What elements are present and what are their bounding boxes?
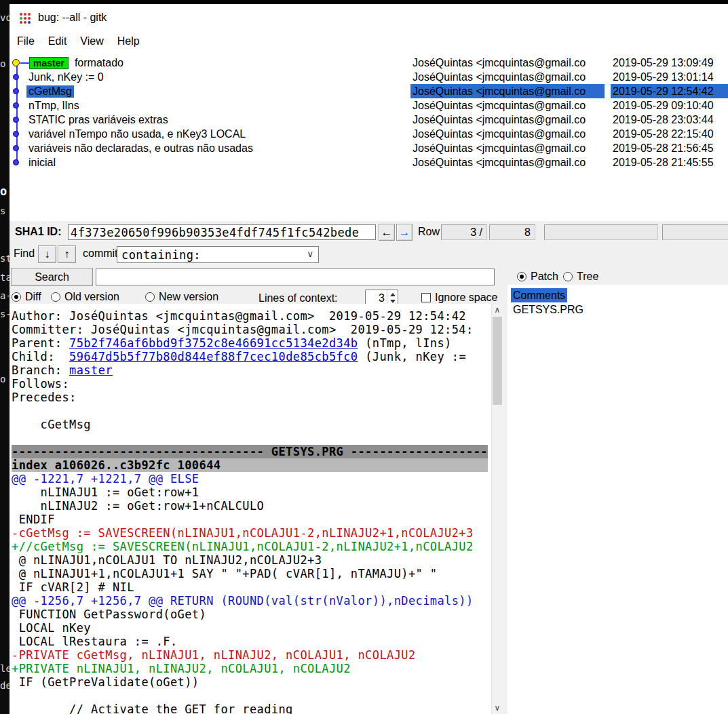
radio-ring-icon <box>12 292 21 302</box>
commit-node-icon <box>13 102 19 108</box>
diff-radio[interactable]: Diff <box>12 291 41 303</box>
diff-text-segment: Parent: <box>12 336 69 350</box>
commit-node-icon <box>13 74 19 80</box>
commit-row[interactable]: inicial <box>9 155 404 170</box>
back-arrow-icon: ← <box>381 226 393 239</box>
diff-text-segment: FUNCTION GetPassword(oGet) <box>12 608 206 621</box>
diff-line-meta: cGetMsg <box>12 418 491 431</box>
title-bar[interactable]: bug: --all - gitk <box>9 4 728 31</box>
commit-author[interactable]: JoséQuintas <jmcquintas@gmail.co <box>410 155 605 170</box>
find-bar: Find ↓ ↑ commit containing: ∨ <box>9 244 728 264</box>
commit-author[interactable]: JoséQuintas <jmcquintas@gmail.co <box>410 127 605 141</box>
commit-author[interactable]: JoséQuintas <jmcquintas@gmail.co <box>410 141 605 155</box>
menu-file[interactable]: File <box>11 33 41 49</box>
nav-back-button[interactable]: ← <box>379 224 395 241</box>
new-version-radio[interactable]: New version <box>145 291 218 303</box>
diff-line-ctx: FUNCTION GetPassword(oGet) <box>12 608 491 621</box>
diff-text-segment: Committer: JoséQuintas <jmcquintas@gmail… <box>12 323 474 336</box>
old-version-radio[interactable]: Old version <box>51 291 119 303</box>
commit-date[interactable]: 2019-05-28 22:15:40 <box>611 127 728 141</box>
commit-subject: inicial <box>28 157 56 169</box>
file-list[interactable]: CommentsGETSYS.PRG <box>507 285 728 714</box>
commit-date[interactable]: 2019-05-29 12:54:42 <box>611 84 728 98</box>
file-list-item[interactable]: GETSYS.PRG <box>511 302 586 317</box>
commit-row[interactable]: STATIC pras variáveis extras <box>9 113 404 127</box>
search-button[interactable]: Search <box>11 268 93 286</box>
commit-date[interactable]: 2019-05-28 23:03:44 <box>611 113 728 127</box>
screen: vooos (sttaa-s-olede bug: --all - gitk F… <box>0 0 728 714</box>
match-mode-value: containing: <box>121 247 201 262</box>
commit-row[interactable]: masterformatado <box>9 56 404 70</box>
commit-row[interactable]: cGetMsg <box>9 84 404 98</box>
commit-node-icon <box>13 131 19 137</box>
lower-pane: Search Patch Tree Diff Old version New v… <box>9 264 728 714</box>
diff-text-segment: Author: JoséQuintas <jmcquintas@gmail.co… <box>12 309 466 323</box>
menu-edit[interactable]: Edit <box>42 33 73 49</box>
diff-text-segment: (nTmp, lIns) <box>358 336 452 350</box>
ignore-space-checkbox[interactable]: Ignore space <box>421 292 498 304</box>
commit-author[interactable]: JoséQuintas <jmcquintas@gmail.co <box>410 98 605 113</box>
commit-row[interactable]: Junk, nKey := 0 <box>9 70 404 84</box>
status-field-left <box>544 224 658 240</box>
window-title: bug: --all - gitk <box>38 12 107 24</box>
down-arrow-icon: ↓ <box>45 248 50 260</box>
diff-view[interactable]: Author: JoséQuintas <jmcquintas@gmail.co… <box>9 304 491 714</box>
ignore-space-label: Ignore space <box>435 292 498 304</box>
commit-author-pane[interactable]: JoséQuintas <jmcquintas@gmail.coJoséQuin… <box>410 52 605 221</box>
diff-line-meta: Author: JoséQuintas <jmcquintas@gmail.co… <box>12 309 491 323</box>
scrollbar-thumb[interactable] <box>493 317 502 405</box>
diff-text-segment: +//cGetMsg := SAVESCREEN(nLINAJU1,nCOLAJ… <box>12 540 474 553</box>
commit-date[interactable]: 2019-05-29 13:01:14 <box>611 70 728 84</box>
diff-line-hunk: @@ -1256,7 +1256,7 @@ RETURN (ROUND(val(… <box>12 594 491 608</box>
scroll-up-button[interactable]: ∧ <box>492 304 503 316</box>
match-mode-select[interactable]: containing: ∨ <box>117 246 319 263</box>
radio-ring-icon <box>145 292 155 302</box>
commit-row[interactable]: variáveis não declaradas, e outras não u… <box>9 141 404 155</box>
row-total-field: 8 <box>489 224 535 240</box>
row-label: Row <box>418 226 440 238</box>
sha-link[interactable]: master <box>69 363 113 377</box>
branch-ref-tag[interactable]: master <box>29 57 69 69</box>
commit-date[interactable]: 2019-05-29 13:09:49 <box>611 56 728 70</box>
commit-author[interactable]: JoséQuintas <jmcquintas@gmail.co <box>410 84 605 98</box>
diff-line-blank <box>12 431 491 445</box>
commit-subject: formatado <box>75 57 123 69</box>
diff-line-ctx: IF cVAR[2] # NIL <box>12 580 491 594</box>
radio-ring-icon <box>517 272 526 281</box>
sha-link[interactable]: 59647d5b5f77b80d844ef88f7cec10de85cb5fc0 <box>69 350 358 363</box>
sha1-id-input[interactable] <box>68 224 376 240</box>
file-list-item[interactable]: Comments <box>511 288 567 302</box>
commit-author[interactable]: JoséQuintas <jmcquintas@gmail.co <box>410 113 605 127</box>
find-prev-button[interactable]: ↑ <box>58 245 76 263</box>
lines-of-context-label: Lines of context: <box>258 292 338 304</box>
commit-date[interactable]: 2019-05-29 09:10:40 <box>611 98 728 113</box>
sha-bar: SHA1 ID: ← → Row 3 / 8 <box>9 221 728 244</box>
radio-ring-icon <box>51 292 60 302</box>
patch-radio[interactable]: Patch <box>517 271 558 283</box>
tree-radio-label: Tree <box>577 271 598 283</box>
row-current-field: 3 / <box>441 224 487 240</box>
diff-line-ctx: ENDIF <box>12 513 491 526</box>
menu-view[interactable]: View <box>74 33 109 49</box>
menu-help[interactable]: Help <box>111 33 146 49</box>
commit-date[interactable]: 2019-05-28 21:56:45 <box>611 141 728 155</box>
diff-scrollbar[interactable]: ∧ ∨ <box>491 304 503 714</box>
commit-author[interactable]: JoséQuintas <jmcquintas@gmail.co <box>410 56 605 70</box>
diff-text-segment: cGetMsg <box>12 418 91 431</box>
checkbox-icon <box>421 293 431 302</box>
commit-author[interactable]: JoséQuintas <jmcquintas@gmail.co <box>410 70 605 84</box>
commit-row[interactable]: nTmp, lIns <box>9 98 404 113</box>
scroll-down-icon: ∨ <box>495 703 501 713</box>
nav-forward-button[interactable]: → <box>396 224 413 241</box>
commit-list: masterformatadoJunk, nKey := 0cGetMsgnTm… <box>9 52 728 221</box>
tree-radio[interactable]: Tree <box>563 271 598 283</box>
sha-link[interactable]: 75b2f746af6bbd9f3752c8e46691cc5134e2d34b <box>69 336 358 350</box>
diff-line-add: +PRIVATE nLINAJU1, nLINAJU2, nCOLAJU1, n… <box>12 662 491 675</box>
commit-row[interactable]: variável nTempo não usada, e nKey3 LOCAL <box>9 127 404 141</box>
commit-date-pane[interactable]: 2019-05-29 13:09:492019-05-29 13:01:1420… <box>611 52 728 221</box>
commit-date[interactable]: 2019-05-28 21:45:55 <box>611 155 728 170</box>
scroll-down-button[interactable]: ∨ <box>492 702 503 714</box>
find-next-button[interactable]: ↓ <box>38 245 56 263</box>
commit-graph-pane[interactable]: masterformatadoJunk, nKey := 0cGetMsgnTm… <box>9 52 404 221</box>
search-input[interactable] <box>96 269 495 285</box>
